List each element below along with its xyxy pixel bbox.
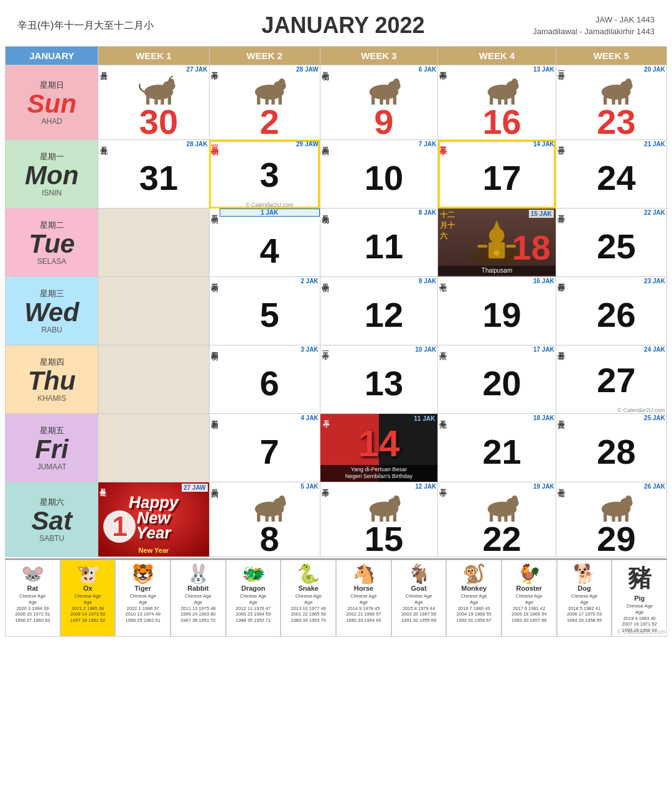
calendar-grid: JANUARY WEEK 1 WEEK 2 WEEK 3 WEEK 4 WEEK… [5, 46, 667, 557]
ox-label: Ox [62, 584, 114, 592]
cn-date-tue-w5: 十二月廿三 [556, 209, 566, 276]
thu-malay: KHAMIS [6, 394, 98, 403]
svg-rect-19 [393, 96, 396, 105]
day-num-sun-w1: 30 [108, 105, 208, 139]
cell-thu-w3: 十二月十一 10 JAK 13 [320, 345, 438, 414]
rat-label: Rat [6, 584, 59, 592]
cn-date-mon-w2: 十二月初一 [210, 140, 220, 208]
badge-mon-w1: 28 JAK [108, 140, 208, 148]
cell-fri-w5: 十二月廿六 25 JAK 28 [556, 414, 666, 482]
rat-data: Chinese AgeAge2020 3 1984 392008 15 1972… [6, 593, 59, 624]
day-num-sun-w4: 16 [448, 105, 556, 139]
row-monday: 星期一 Mon ISNIN 十二月廿九 28 JAK 31 [6, 140, 667, 209]
header-right-line2: Jamadilawal - Jamadilakirhir 1443 [533, 26, 655, 38]
badge-wed-w4: 16 JAK [448, 277, 556, 285]
rabbit-data: Chinese AgeAge2011 12 1975 481999 24 196… [172, 593, 225, 624]
badge-wed-w2: 2 JAK [220, 277, 320, 285]
horse-icon-sat-w2 [245, 490, 294, 522]
dog-data: Chinese AgeAge2018 5 1982 412006 17 1970… [558, 593, 611, 624]
cell-sun-w2: 十二月三十 28 JAW [209, 65, 320, 140]
dragon-label: Dragon [227, 584, 280, 592]
badge-sat-w4: 19 JAK [448, 482, 556, 490]
badge-fri-w3: 11 JAK [414, 415, 435, 422]
day-label-monday: 星期一 Mon ISNIN [6, 140, 98, 209]
cn-date-sun-w2: 十二月三十 [210, 65, 220, 139]
day-num-fri-w3: 14 [320, 423, 438, 465]
main-thu-w2: 3 JAK 6 [220, 345, 320, 413]
row-tuesday: 星期二 Tue SELASA 十二月初二 1 JAK 4 [6, 209, 667, 277]
cn-date-wed-w4: 十二月十七 [438, 277, 448, 345]
cell-fri-w3-negeri: 十二月十 11 JAK 14 Yang di-Pertuan Besar Neg… [320, 414, 438, 482]
cn-date-wed-w2: 十二月初三 [210, 277, 220, 345]
tiger-icon: 🐯 [116, 563, 169, 584]
main-sun-w2: 28 JAW 2 [220, 65, 320, 139]
main-mon-w1: 28 JAK 31 [108, 140, 208, 208]
svg-rect-39 [478, 245, 488, 247]
cell-wed-w2: 十二月初三 2 JAK 5 [209, 277, 320, 345]
day-label-thursday: 星期四 Thu KHAMIS [6, 345, 98, 414]
svg-point-69 [625, 495, 632, 504]
day-num-fri-w4: 21 [448, 422, 556, 482]
badge-tue-w2: 1 JAK [220, 209, 320, 217]
zodiac-ox: 🐮 Ox Chinese AgeAge2021 2 1985 382009 14… [60, 560, 116, 637]
day-label-wednesday: 星期三 Wed RABU [6, 277, 98, 345]
pig-label: Pig [613, 594, 666, 602]
svg-point-55 [393, 495, 400, 504]
badge-sun-w3: 6 JAK [330, 65, 438, 73]
svg-point-20 [393, 78, 400, 87]
zodiac-strip: 🐭 Rat Chinese AgeAge2020 3 1984 392008 1… [5, 558, 667, 637]
horse-icon-sun-w4 [477, 73, 527, 105]
rabbit-icon: 🐰 [172, 563, 225, 584]
badge-sun-w4: 13 JAK [448, 65, 556, 73]
day-num-tue-w3: 11 [330, 217, 438, 276]
day-num-mon-w3: 10 [330, 148, 438, 208]
tue-malay: SELASA [6, 257, 98, 266]
cn-date-sun-w1: 十二月廿八 [98, 65, 108, 139]
day-num-fri-w5: 28 [566, 422, 666, 482]
cell-tue-w5: 十二月廿三 22 JAK 25 [556, 209, 666, 277]
main-mon-w5: 21 JAK 24 [566, 140, 666, 208]
horse-icon-sun-w1 [134, 73, 184, 105]
svg-point-48 [279, 495, 286, 504]
badge-tue-w5: 22 JAK [566, 209, 666, 217]
thaipusam-label: Thaipusam [438, 266, 556, 275]
main-sun-w1: 27 JAK [108, 65, 208, 139]
cell-mon-w3: 十二月初八 7 JAK 10 [320, 140, 438, 209]
zodiac-dragon: 🐲 Dragon Chinese AgeAge2012 11 1976 4720… [226, 560, 281, 637]
dog-label: Dog [558, 584, 611, 592]
rooster-data: Chinese AgeAge2017 6 1981 422005 18 1969… [503, 593, 556, 624]
cell-thu-w4: 十二月十八 17 JAK 20 [438, 345, 556, 414]
cn-date-mon-w3: 十二月初八 [320, 140, 330, 208]
cn-date-mon-w5: 十二月廿二 [556, 140, 566, 208]
day-num-thu-w2: 6 [220, 354, 320, 413]
badge-sun-w5: 20 JAK [566, 65, 666, 73]
badge-thu-w4: 17 JAK [448, 345, 556, 354]
badge-mon-w2: 29 JAW [220, 140, 320, 148]
rooster-label: Rooster [503, 584, 556, 592]
wed-en: Wed [6, 299, 98, 326]
badge-fri-w2: 4 JAK [220, 414, 320, 422]
horse-label: Horse [337, 584, 390, 592]
col-header-january: JANUARY [6, 47, 98, 65]
day-label-sunday: 星期日 Sun AHAD [6, 65, 98, 140]
row-thursday: 星期四 Thu KHAMIS 十二月初四 3 JAK 6 [6, 345, 667, 414]
day-num-thu-w4: 20 [448, 354, 556, 413]
cn-date-sun-w4: 十二月十四 [438, 65, 448, 139]
badge-sun-w2: 28 JAW [220, 65, 320, 73]
cn-date-sat-w5: 十二月廿七 [556, 482, 566, 556]
main-tue-w3: 8 JAK 11 [330, 209, 438, 276]
main-wed-w4: 16 JAK 19 [448, 277, 556, 345]
snake-icon: 🐍 [282, 563, 335, 584]
thu-en: Thu [6, 368, 98, 394]
badge-thu-w5: 24 JAK [566, 345, 666, 354]
rat-icon: 🐭 [6, 563, 59, 584]
cn-date-sat-w3: 十二月十三 [320, 482, 330, 556]
cn-date-sat-w2: 十二月初六 [210, 482, 220, 556]
dog-icon: 🐕 [558, 563, 611, 584]
wed-malay: RABU [6, 326, 98, 334]
rooster-icon: 🐓 [503, 563, 556, 584]
day-num-mon-w4: 17 [448, 148, 556, 208]
cn-date-mon-w4: 十二月十五 [438, 140, 448, 208]
cell-mon-w5: 十二月廿二 21 JAK 24 [556, 140, 666, 209]
sat-malay: SABTU [6, 534, 98, 543]
